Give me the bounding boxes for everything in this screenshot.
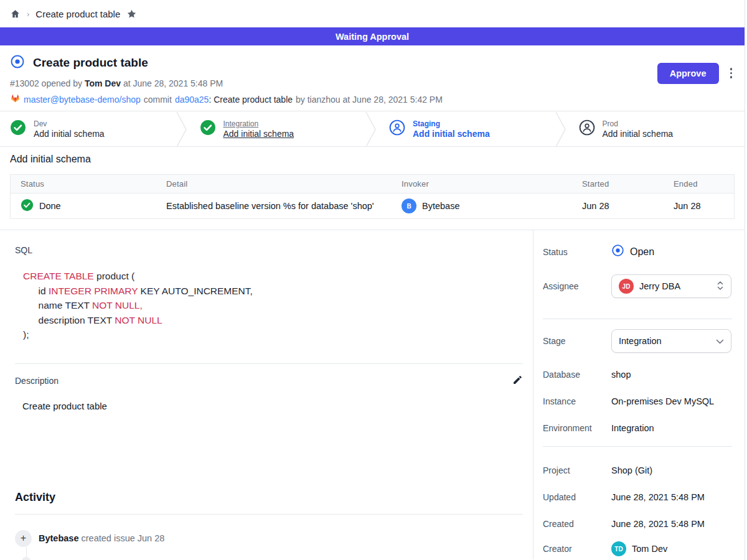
divider	[543, 319, 732, 319]
breadcrumb-page-title[interactable]: Create product table	[35, 9, 120, 19]
invoker-name: Bytebase	[422, 201, 459, 211]
person-circle-icon	[389, 119, 405, 138]
activity-actor: Bytebase	[39, 533, 78, 543]
project-value: Shop (Git)	[611, 465, 652, 475]
edit-pencil-icon[interactable]	[512, 375, 523, 388]
stage-staging[interactable]: StagingAdd initial schema	[377, 111, 555, 146]
assignee-value: Jerry DBA	[639, 281, 711, 291]
stage-prod[interactable]: ProdAdd initial schema	[566, 111, 745, 146]
task-ended: Jun 28	[664, 201, 734, 211]
sql-keyword: NOT NULL	[115, 315, 162, 325]
branch-repo-link[interactable]: master@bytebase-demo/shop	[24, 95, 141, 105]
database-value: shop	[611, 370, 631, 380]
selector-up-down-icon	[716, 281, 724, 292]
stage-task-label: Add initial schema	[603, 129, 674, 139]
commit-message: : Create product table	[209, 95, 293, 105]
open-status-icon	[10, 54, 25, 72]
commit-hash-link[interactable]: da90a25	[175, 95, 209, 105]
page-title: Create product table	[33, 56, 148, 70]
issue-header: Create product table #13002 opened by To…	[0, 45, 745, 111]
sidebar: Status Open Assignee JD Jerry DBA	[533, 230, 745, 559]
stage-env-label: Dev	[34, 119, 105, 128]
sql-text: KEY AUTO_INCREMENT,	[138, 286, 253, 296]
created-value: June 28, 2021 5:48 PM	[611, 519, 705, 529]
stage-separator	[176, 111, 187, 147]
sql-text: name TEXT	[33, 300, 92, 310]
chevron-down-icon	[716, 336, 724, 346]
description-content[interactable]: Create product table	[15, 401, 523, 411]
issue-id: #13002 opened by	[10, 78, 82, 88]
sql-text: );	[23, 329, 29, 340]
stage-env-label: Prod	[603, 119, 674, 128]
database-label: Database	[543, 370, 611, 380]
commit-line: master@bytebase-demo/shop commit da90a25…	[10, 93, 443, 105]
project-label: Project	[543, 465, 611, 475]
activity-action: created issue Jun 28	[82, 533, 165, 543]
stage-task-label: Add initial schema	[223, 129, 294, 139]
assignee-label: Assignee	[543, 281, 611, 291]
stage-env-label: Integration	[223, 119, 294, 128]
divider	[15, 363, 523, 364]
description-label: Description	[15, 376, 59, 386]
activity-title: Activity	[15, 491, 523, 504]
stage-task-label: Add initial schema	[413, 129, 490, 139]
environment-value: Integration	[611, 423, 654, 433]
table-row: Done Established baseline version %s for…	[11, 194, 734, 218]
assignee-select[interactable]: JD Jerry DBA	[611, 274, 731, 298]
created-label: Created	[543, 519, 611, 529]
column-header-invoker: Invoker	[392, 179, 572, 189]
open-status-icon	[611, 244, 624, 259]
star-icon[interactable]	[126, 9, 137, 19]
stage-label: Stage	[543, 336, 611, 346]
issue-meta: #13002 opened by Tom Dev at June 28, 202…	[10, 78, 443, 88]
stage-separator	[365, 111, 377, 147]
pipeline-stage-bar: DevAdd initial schema IntegrationAdd ini…	[0, 111, 745, 147]
issue-author: Tom Dev	[85, 78, 121, 88]
task-started: Jun 28	[572, 201, 664, 211]
stage-integration[interactable]: IntegrationAdd initial schema	[187, 111, 366, 146]
issue-opened-time: at June 28, 2021 5:48 PM	[123, 78, 223, 88]
chevron-right-icon: ›	[27, 9, 29, 19]
column-header-ended: Ended	[664, 179, 734, 189]
stage-select[interactable]: Integration	[611, 329, 731, 353]
commit-byline: by tianzhou at June 28, 2021 5:42 PM	[296, 95, 443, 105]
instance-value: On-premises Dev MySQL	[611, 396, 714, 406]
creator-label: Creator	[543, 544, 611, 554]
stage-separator	[555, 111, 566, 147]
updated-value: June 28, 2021 5:48 PM	[611, 492, 705, 502]
stage-env-label: Staging	[413, 119, 490, 128]
home-icon[interactable]	[10, 9, 21, 19]
stage-dev[interactable]: DevAdd initial schema	[0, 111, 176, 146]
kebab-menu-icon[interactable]	[728, 63, 735, 83]
task-status: Done	[39, 201, 61, 211]
assignee-avatar: JD	[619, 279, 634, 294]
timeline-connector	[26, 547, 27, 557]
column-header-status: Status	[11, 179, 156, 189]
sql-code-block: CREATE TABLE product ( id INTEGER PRIMAR…	[15, 269, 523, 342]
divider	[543, 446, 732, 447]
activity-item: + Bytebase created issue Jun 28	[15, 530, 523, 547]
approve-button[interactable]: Approve	[657, 63, 719, 84]
timeline-next-node	[22, 557, 31, 560]
creator-avatar: TD	[611, 541, 626, 556]
breadcrumb: › Create product table	[0, 0, 745, 27]
updated-label: Updated	[543, 492, 611, 502]
instance-label: Instance	[543, 396, 611, 406]
main-column: SQL CREATE TABLE product ( id INTEGER PR…	[0, 230, 533, 559]
status-label: Status	[543, 247, 611, 257]
page: › Create product table Waiting Approval …	[0, 0, 745, 560]
check-circle-icon	[10, 119, 26, 138]
sql-text: id	[33, 286, 49, 296]
sql-keyword: INTEGER PRIMARY	[49, 286, 138, 296]
sql-label: SQL	[15, 245, 523, 255]
task-section: Add initial schema Status Detail Invoker…	[0, 147, 745, 230]
column-header-detail: Detail	[156, 179, 392, 189]
task-detail: Established baseline version %s for data…	[156, 201, 392, 211]
stage-value: Integration	[619, 336, 710, 346]
column-header-started: Started	[572, 179, 664, 189]
sql-keyword: NOT NULL,	[92, 300, 143, 310]
invoker-avatar: B	[402, 198, 416, 213]
creator-value: Tom Dev	[632, 544, 667, 554]
plus-icon: +	[15, 530, 32, 547]
person-circle-icon	[579, 119, 595, 138]
